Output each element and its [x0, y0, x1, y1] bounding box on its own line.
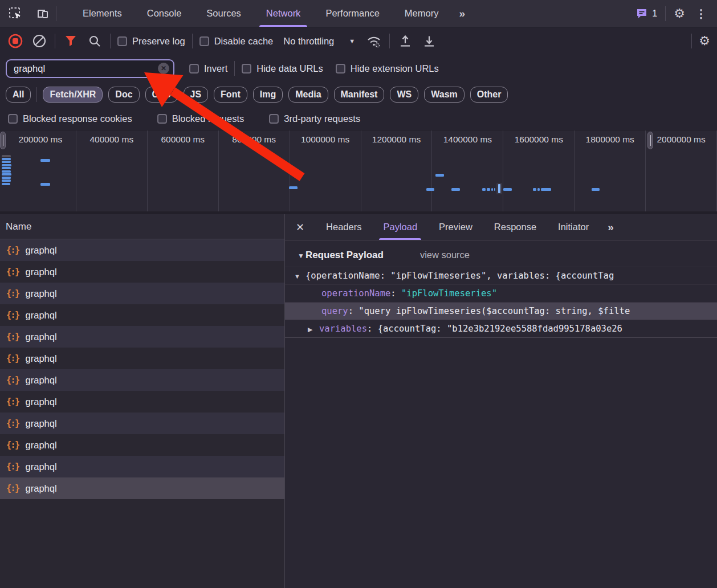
- request-mark[interactable]: [487, 188, 490, 191]
- blocked-response-cookies-checkbox[interactable]: Blocked response cookies: [8, 113, 132, 124]
- request-mark[interactable]: [482, 188, 486, 191]
- network-conditions-icon[interactable]: [365, 32, 382, 50]
- payload-row-query[interactable]: query: "query ipFlowTimeseries($accountT…: [285, 302, 717, 320]
- checkbox-box[interactable]: [199, 36, 209, 46]
- filter-chip-css[interactable]: CSS: [145, 87, 178, 103]
- device-toolbar-icon[interactable]: [34, 5, 51, 22]
- request-row[interactable]: {:}graphql: [0, 413, 284, 434]
- more-tabs-icon[interactable]: »: [451, 7, 472, 20]
- filter-chip-manifest[interactable]: Manifest: [334, 87, 385, 103]
- filter-chip-doc[interactable]: Doc: [108, 87, 139, 103]
- request-mark[interactable]: [503, 188, 512, 191]
- tab-performance[interactable]: Performance: [313, 0, 392, 27]
- filter-funnel-icon[interactable]: [62, 32, 79, 50]
- request-mark[interactable]: [2, 161, 11, 163]
- record-network-log-button[interactable]: [7, 32, 24, 50]
- overview-left-grip[interactable]: [0, 132, 6, 149]
- kebab-menu-icon[interactable]: ⋮: [693, 8, 709, 19]
- throttling-select[interactable]: No throttling ▼: [280, 36, 358, 47]
- request-mark[interactable]: [40, 183, 50, 186]
- import-har-icon[interactable]: [397, 32, 414, 50]
- detail-tab-headers[interactable]: Headers: [315, 214, 372, 240]
- request-row[interactable]: {:}graphql: [0, 261, 284, 283]
- third-party-requests-checkbox[interactable]: 3rd-party requests: [269, 113, 360, 124]
- detail-tab-initiator[interactable]: Initiator: [547, 214, 600, 240]
- tab-network[interactable]: Network: [254, 0, 313, 27]
- close-detail-icon[interactable]: ✕: [285, 221, 315, 234]
- filter-chip-wasm[interactable]: Wasm: [424, 87, 465, 103]
- request-mark[interactable]: [2, 167, 11, 169]
- checkbox-box[interactable]: [189, 64, 199, 74]
- request-mark[interactable]: [533, 188, 536, 191]
- request-mark[interactable]: [435, 174, 444, 177]
- request-mark[interactable]: [2, 179, 11, 182]
- tab-console[interactable]: Console: [135, 0, 194, 27]
- filter-chip-media[interactable]: Media: [288, 87, 328, 103]
- request-mark[interactable]: [2, 177, 11, 179]
- view-source-link[interactable]: view source: [420, 250, 470, 260]
- request-mark[interactable]: [592, 188, 600, 191]
- request-row[interactable]: {:}graphql: [0, 477, 284, 499]
- filter-chip-ws[interactable]: WS: [390, 87, 418, 103]
- request-row[interactable]: {:}graphql: [0, 391, 284, 413]
- checkbox-box[interactable]: [8, 114, 18, 124]
- hide-extension-urls-checkbox[interactable]: Hide extension URLs: [336, 63, 439, 74]
- detail-tab-payload[interactable]: Payload: [372, 214, 428, 240]
- detail-tab-response[interactable]: Response: [483, 214, 547, 240]
- request-mark[interactable]: [2, 164, 11, 166]
- tab-memory[interactable]: Memory: [392, 0, 451, 27]
- request-row[interactable]: {:}graphql: [0, 434, 284, 456]
- inspect-element-icon[interactable]: [7, 5, 24, 22]
- checkbox-box[interactable]: [269, 114, 279, 124]
- request-mark[interactable]: [451, 188, 460, 191]
- request-row[interactable]: {:}graphql: [0, 369, 284, 391]
- hide-data-urls-checkbox[interactable]: Hide data URLs: [242, 63, 323, 74]
- payload-row-operationname[interactable]: operationName: "ipFlowTimeseries": [285, 284, 717, 302]
- clear-network-log-icon[interactable]: [31, 32, 48, 50]
- filter-input[interactable]: [14, 63, 153, 74]
- request-mark[interactable]: [537, 188, 540, 191]
- request-mark[interactable]: [2, 183, 10, 185]
- request-mark[interactable]: [2, 173, 11, 175]
- collapse-triangle-icon[interactable]: ▼: [298, 252, 304, 260]
- checkbox-box[interactable]: [242, 64, 251, 74]
- search-icon[interactable]: [86, 32, 103, 50]
- selected-request-mark[interactable]: [496, 183, 502, 194]
- filter-chip-other[interactable]: Other: [470, 87, 508, 103]
- export-har-icon[interactable]: [421, 32, 438, 50]
- request-row[interactable]: {:}graphql: [0, 348, 284, 369]
- request-mark[interactable]: [2, 170, 11, 173]
- clear-filter-icon[interactable]: ✕: [158, 63, 169, 74]
- request-mark[interactable]: [40, 159, 50, 162]
- preserve-log-checkbox[interactable]: Preserve log: [117, 36, 185, 47]
- request-mark[interactable]: [494, 188, 495, 191]
- request-mark[interactable]: [426, 188, 434, 191]
- request-mark[interactable]: [2, 158, 11, 160]
- filter-chip-fetch-xhr[interactable]: Fetch/XHR: [43, 87, 103, 103]
- request-row[interactable]: {:}graphql: [0, 283, 284, 304]
- tab-sources[interactable]: Sources: [194, 0, 254, 27]
- filter-chip-js[interactable]: JS: [184, 87, 209, 103]
- filter-chip-img[interactable]: Img: [253, 87, 283, 103]
- caret-down-icon[interactable]: ▼: [294, 273, 305, 280]
- checkbox-box[interactable]: [157, 114, 167, 124]
- checkbox-box[interactable]: [336, 64, 345, 74]
- request-mark[interactable]: [491, 188, 493, 191]
- request-mark[interactable]: [541, 188, 551, 191]
- tab-elements[interactable]: Elements: [70, 0, 135, 27]
- payload-row-variables[interactable]: ▶variables: {accountTag: "b12e3b2192ee55…: [285, 320, 717, 337]
- request-row[interactable]: {:}graphql: [0, 304, 284, 326]
- payload-root-line[interactable]: ▼{operationName: "ipFlowTimeseries", var…: [285, 267, 717, 284]
- filter-chip-all[interactable]: All: [6, 87, 31, 103]
- request-mark[interactable]: [2, 155, 11, 157]
- detail-tab-preview[interactable]: Preview: [428, 214, 483, 240]
- network-settings-gear-icon[interactable]: ⚙: [699, 35, 710, 47]
- issues-counter[interactable]: 1: [636, 8, 657, 19]
- settings-gear-icon[interactable]: ⚙: [674, 7, 685, 20]
- blocked-requests-checkbox[interactable]: Blocked requests: [157, 113, 245, 124]
- checkbox-box[interactable]: [117, 36, 127, 46]
- overview-right-grip[interactable]: [647, 132, 653, 149]
- request-row[interactable]: {:}graphql: [0, 239, 284, 261]
- detail-more-tabs-icon[interactable]: »: [600, 221, 621, 234]
- invert-checkbox[interactable]: Invert: [189, 63, 227, 74]
